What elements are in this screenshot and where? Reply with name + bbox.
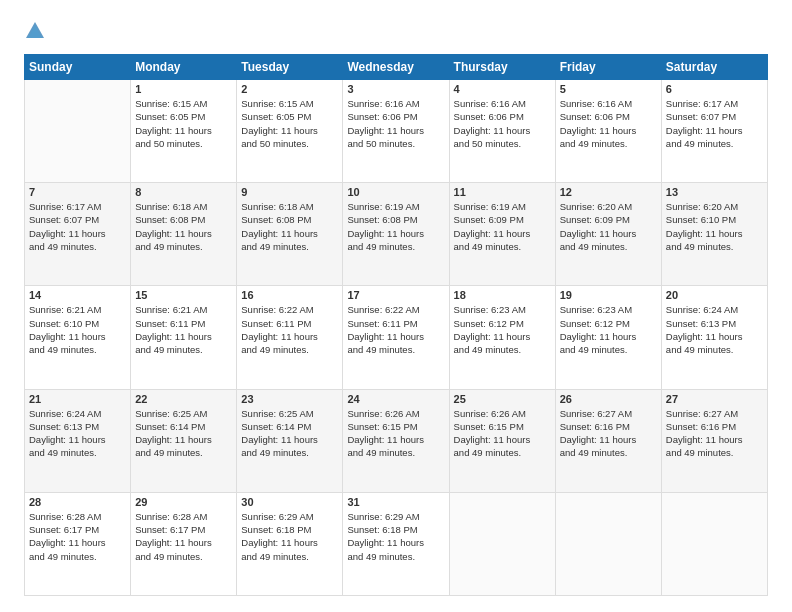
day-number: 23 <box>241 393 338 405</box>
day-number: 18 <box>454 289 551 301</box>
day-cell: 5Sunrise: 6:16 AMSunset: 6:06 PMDaylight… <box>555 80 661 183</box>
day-cell: 12Sunrise: 6:20 AMSunset: 6:09 PMDayligh… <box>555 183 661 286</box>
day-cell: 7Sunrise: 6:17 AMSunset: 6:07 PMDaylight… <box>25 183 131 286</box>
week-row-5: 28Sunrise: 6:28 AMSunset: 6:17 PMDayligh… <box>25 492 768 595</box>
calendar-header: SundayMondayTuesdayWednesdayThursdayFrid… <box>25 55 768 80</box>
header-cell-monday: Monday <box>131 55 237 80</box>
day-number: 19 <box>560 289 657 301</box>
day-info: Sunrise: 6:23 AMSunset: 6:12 PMDaylight:… <box>454 303 551 356</box>
day-number: 30 <box>241 496 338 508</box>
day-cell: 19Sunrise: 6:23 AMSunset: 6:12 PMDayligh… <box>555 286 661 389</box>
day-info: Sunrise: 6:28 AMSunset: 6:17 PMDaylight:… <box>135 510 232 563</box>
day-info: Sunrise: 6:20 AMSunset: 6:10 PMDaylight:… <box>666 200 763 253</box>
day-info: Sunrise: 6:21 AMSunset: 6:10 PMDaylight:… <box>29 303 126 356</box>
day-info: Sunrise: 6:27 AMSunset: 6:16 PMDaylight:… <box>666 407 763 460</box>
day-info: Sunrise: 6:19 AMSunset: 6:08 PMDaylight:… <box>347 200 444 253</box>
calendar-table: SundayMondayTuesdayWednesdayThursdayFrid… <box>24 54 768 596</box>
day-number: 29 <box>135 496 232 508</box>
day-number: 11 <box>454 186 551 198</box>
day-cell: 16Sunrise: 6:22 AMSunset: 6:11 PMDayligh… <box>237 286 343 389</box>
day-number: 26 <box>560 393 657 405</box>
day-cell: 15Sunrise: 6:21 AMSunset: 6:11 PMDayligh… <box>131 286 237 389</box>
day-cell: 9Sunrise: 6:18 AMSunset: 6:08 PMDaylight… <box>237 183 343 286</box>
day-number: 6 <box>666 83 763 95</box>
day-info: Sunrise: 6:15 AMSunset: 6:05 PMDaylight:… <box>135 97 232 150</box>
day-info: Sunrise: 6:24 AMSunset: 6:13 PMDaylight:… <box>666 303 763 356</box>
day-number: 25 <box>454 393 551 405</box>
header <box>24 20 768 42</box>
day-number: 7 <box>29 186 126 198</box>
day-cell: 13Sunrise: 6:20 AMSunset: 6:10 PMDayligh… <box>661 183 767 286</box>
day-cell: 31Sunrise: 6:29 AMSunset: 6:18 PMDayligh… <box>343 492 449 595</box>
day-info: Sunrise: 6:25 AMSunset: 6:14 PMDaylight:… <box>241 407 338 460</box>
day-number: 8 <box>135 186 232 198</box>
logo-icon <box>24 20 46 42</box>
day-number: 20 <box>666 289 763 301</box>
day-cell: 22Sunrise: 6:25 AMSunset: 6:14 PMDayligh… <box>131 389 237 492</box>
week-row-3: 14Sunrise: 6:21 AMSunset: 6:10 PMDayligh… <box>25 286 768 389</box>
header-cell-wednesday: Wednesday <box>343 55 449 80</box>
day-number: 27 <box>666 393 763 405</box>
day-info: Sunrise: 6:17 AMSunset: 6:07 PMDaylight:… <box>666 97 763 150</box>
day-number: 10 <box>347 186 444 198</box>
day-number: 1 <box>135 83 232 95</box>
day-info: Sunrise: 6:29 AMSunset: 6:18 PMDaylight:… <box>347 510 444 563</box>
page: SundayMondayTuesdayWednesdayThursdayFrid… <box>0 0 792 612</box>
day-info: Sunrise: 6:25 AMSunset: 6:14 PMDaylight:… <box>135 407 232 460</box>
day-cell: 6Sunrise: 6:17 AMSunset: 6:07 PMDaylight… <box>661 80 767 183</box>
day-info: Sunrise: 6:26 AMSunset: 6:15 PMDaylight:… <box>347 407 444 460</box>
day-cell: 2Sunrise: 6:15 AMSunset: 6:05 PMDaylight… <box>237 80 343 183</box>
week-row-2: 7Sunrise: 6:17 AMSunset: 6:07 PMDaylight… <box>25 183 768 286</box>
day-number: 3 <box>347 83 444 95</box>
day-cell: 20Sunrise: 6:24 AMSunset: 6:13 PMDayligh… <box>661 286 767 389</box>
day-cell: 29Sunrise: 6:28 AMSunset: 6:17 PMDayligh… <box>131 492 237 595</box>
day-info: Sunrise: 6:18 AMSunset: 6:08 PMDaylight:… <box>241 200 338 253</box>
day-cell <box>661 492 767 595</box>
week-row-4: 21Sunrise: 6:24 AMSunset: 6:13 PMDayligh… <box>25 389 768 492</box>
day-cell: 23Sunrise: 6:25 AMSunset: 6:14 PMDayligh… <box>237 389 343 492</box>
day-info: Sunrise: 6:24 AMSunset: 6:13 PMDaylight:… <box>29 407 126 460</box>
day-info: Sunrise: 6:15 AMSunset: 6:05 PMDaylight:… <box>241 97 338 150</box>
day-number: 21 <box>29 393 126 405</box>
day-cell: 17Sunrise: 6:22 AMSunset: 6:11 PMDayligh… <box>343 286 449 389</box>
day-info: Sunrise: 6:16 AMSunset: 6:06 PMDaylight:… <box>560 97 657 150</box>
day-number: 28 <box>29 496 126 508</box>
header-cell-tuesday: Tuesday <box>237 55 343 80</box>
day-number: 15 <box>135 289 232 301</box>
day-cell: 1Sunrise: 6:15 AMSunset: 6:05 PMDaylight… <box>131 80 237 183</box>
day-cell <box>449 492 555 595</box>
day-number: 5 <box>560 83 657 95</box>
day-info: Sunrise: 6:29 AMSunset: 6:18 PMDaylight:… <box>241 510 338 563</box>
day-info: Sunrise: 6:27 AMSunset: 6:16 PMDaylight:… <box>560 407 657 460</box>
day-info: Sunrise: 6:21 AMSunset: 6:11 PMDaylight:… <box>135 303 232 356</box>
header-cell-thursday: Thursday <box>449 55 555 80</box>
day-info: Sunrise: 6:26 AMSunset: 6:15 PMDaylight:… <box>454 407 551 460</box>
day-number: 16 <box>241 289 338 301</box>
day-cell <box>555 492 661 595</box>
day-info: Sunrise: 6:17 AMSunset: 6:07 PMDaylight:… <box>29 200 126 253</box>
day-number: 12 <box>560 186 657 198</box>
calendar-body: 1Sunrise: 6:15 AMSunset: 6:05 PMDaylight… <box>25 80 768 596</box>
day-info: Sunrise: 6:22 AMSunset: 6:11 PMDaylight:… <box>347 303 444 356</box>
day-cell: 18Sunrise: 6:23 AMSunset: 6:12 PMDayligh… <box>449 286 555 389</box>
day-number: 13 <box>666 186 763 198</box>
day-info: Sunrise: 6:16 AMSunset: 6:06 PMDaylight:… <box>454 97 551 150</box>
day-number: 14 <box>29 289 126 301</box>
logo <box>24 20 50 42</box>
day-cell: 10Sunrise: 6:19 AMSunset: 6:08 PMDayligh… <box>343 183 449 286</box>
day-number: 22 <box>135 393 232 405</box>
day-info: Sunrise: 6:23 AMSunset: 6:12 PMDaylight:… <box>560 303 657 356</box>
day-number: 24 <box>347 393 444 405</box>
day-cell: 27Sunrise: 6:27 AMSunset: 6:16 PMDayligh… <box>661 389 767 492</box>
day-info: Sunrise: 6:18 AMSunset: 6:08 PMDaylight:… <box>135 200 232 253</box>
day-number: 9 <box>241 186 338 198</box>
header-row: SundayMondayTuesdayWednesdayThursdayFrid… <box>25 55 768 80</box>
day-cell: 8Sunrise: 6:18 AMSunset: 6:08 PMDaylight… <box>131 183 237 286</box>
day-cell: 30Sunrise: 6:29 AMSunset: 6:18 PMDayligh… <box>237 492 343 595</box>
day-info: Sunrise: 6:28 AMSunset: 6:17 PMDaylight:… <box>29 510 126 563</box>
day-cell: 21Sunrise: 6:24 AMSunset: 6:13 PMDayligh… <box>25 389 131 492</box>
day-number: 31 <box>347 496 444 508</box>
header-cell-saturday: Saturday <box>661 55 767 80</box>
day-cell <box>25 80 131 183</box>
day-cell: 3Sunrise: 6:16 AMSunset: 6:06 PMDaylight… <box>343 80 449 183</box>
